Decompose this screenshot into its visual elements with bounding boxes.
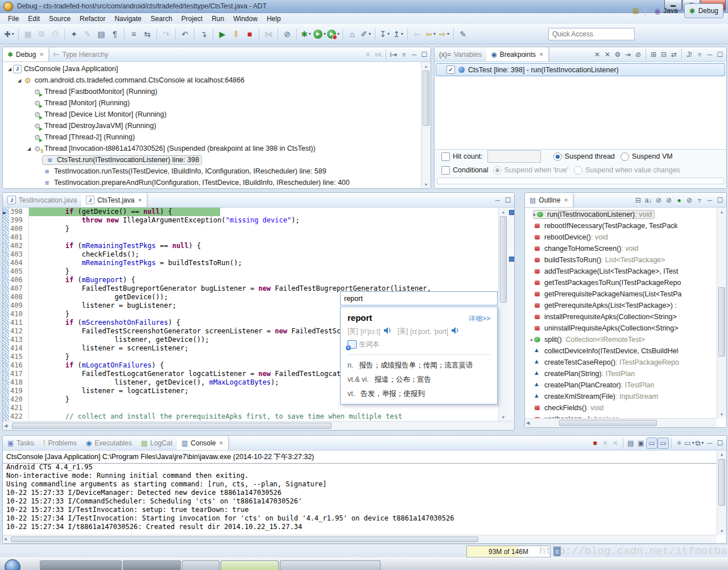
gutter-ruler[interactable] (3, 378, 9, 387)
debug-remove-all-terminated-icon[interactable]: ✕ (363, 49, 373, 60)
code-line[interactable]: ▶398 if (getDevice() == null) { (3, 208, 499, 216)
toolbar-debug-as-icon[interactable]: ✱▾ (300, 28, 312, 40)
dropdown-arrow-icon[interactable]: ▾ (12, 31, 14, 36)
code-line[interactable]: 400 } (3, 225, 499, 233)
debug-tab-debug[interactable]: ✱Debug✕ (3, 47, 49, 61)
tree-expander[interactable]: ◢ (6, 67, 13, 72)
menu-refactor[interactable]: Refactor (75, 14, 110, 24)
gutter-ruler[interactable] (3, 301, 9, 310)
menu-file[interactable]: File (3, 14, 23, 24)
suspend-thread-radio[interactable] (553, 152, 562, 161)
gutter-ruler[interactable] (3, 344, 9, 353)
console-tab-executables[interactable]: ◉Executables (81, 436, 136, 450)
dropdown-arrow-icon[interactable]: ▾ (447, 31, 449, 36)
gutter-ruler[interactable] (3, 216, 9, 225)
taskbar-button[interactable] (280, 560, 380, 570)
debug-tab-type-hierarchy[interactable]: ⊢Type Hierarchy (49, 47, 113, 61)
outline-item[interactable]: checkFields() : void (525, 402, 717, 414)
bp-minimize-icon[interactable]: ─ (705, 49, 715, 60)
dropdown-arrow-icon[interactable]: ▾ (369, 31, 371, 36)
outline-item[interactable]: rebootIfNecessary(TestPackage, TestPack (525, 220, 717, 232)
menu-navigate[interactable]: Navigate (110, 14, 146, 24)
console-remove-launch-icon[interactable]: ✕ (600, 438, 610, 448)
gutter-ruler[interactable] (3, 327, 9, 336)
console-pin-console-icon[interactable]: ⍟ (674, 438, 684, 448)
toolbar-launch-config-key-icon[interactable]: ✦ (68, 28, 80, 40)
console-display-selected-console-icon[interactable]: ▭▾ (684, 438, 694, 448)
toolbar-suspend-icon[interactable]: ‖ (230, 28, 242, 40)
debug-tree-item[interactable]: ⚙▶Thread [Device List Monitor] (Running) (3, 109, 421, 120)
outline-item[interactable]: changeToHomeScreen() : void (525, 243, 717, 254)
gutter-ruler[interactable] (3, 319, 9, 327)
dictionary-search-input[interactable] (340, 291, 498, 305)
code-line[interactable]: 406 if (mBugreport) { (3, 276, 499, 284)
gutter-ruler[interactable] (3, 404, 9, 412)
outline-item[interactable]: rebootDevice() : void (525, 232, 717, 243)
editor-maximize-icon[interactable]: ☐ (503, 195, 513, 205)
gutter-ruler[interactable] (3, 336, 9, 344)
code-line[interactable]: 401 (3, 233, 499, 242)
console-remove-all-launches-icon[interactable]: ✕ (610, 438, 621, 448)
taskbar-button[interactable] (40, 560, 122, 570)
editor-tab-ctstest-java[interactable]: JCtsTest.java✕ (81, 193, 147, 207)
code-line[interactable]: 405 } (3, 267, 499, 276)
toolbar-terminate-icon[interactable]: ■ (243, 28, 256, 40)
menu-edit[interactable]: Edit (23, 14, 44, 24)
gutter-ruler[interactable] (3, 225, 9, 233)
outline-item[interactable]: addTestPackage(List<TestPackage>, ITest (525, 266, 717, 277)
outline-maximize-icon[interactable]: ☐ (715, 195, 725, 205)
menu-search[interactable]: Search (146, 14, 177, 24)
speaker-icon[interactable] (384, 327, 392, 336)
toolbar-coverage-as-icon[interactable]: ▶▾ (327, 28, 340, 40)
dropdown-arrow-icon[interactable]: ▾ (387, 31, 390, 36)
menu-window[interactable]: Window (229, 14, 262, 24)
suspend-vm-radio[interactable] (621, 152, 629, 161)
stack-frame-item[interactable]: ≡TestInvocation.runTests(ITestDevice, IB… (3, 166, 421, 177)
outline-vertical-scrollbar[interactable]: ▲ ▼ (717, 208, 726, 418)
dictionary-detail-link[interactable]: 详细>> (469, 314, 490, 324)
console-terminate-icon[interactable]: ■ (590, 438, 600, 448)
outline-item[interactable]: installPrerequisiteApks(Collection<Strin… (525, 311, 717, 323)
dropdown-arrow-icon[interactable]: ▾ (337, 31, 340, 36)
bp-skip-all-breakpoints-icon[interactable]: ⊘ (633, 49, 643, 60)
toolbar-new-wizard-icon[interactable]: ✚▾ (3, 28, 15, 40)
console-tab-logcat[interactable]: ▤LogCat (136, 436, 177, 450)
editor-minimize-icon[interactable]: ─ (493, 195, 503, 205)
outline-item[interactable]: split() : Collection<IRemoteTest> (525, 334, 717, 345)
console-minimize-icon[interactable]: ─ (705, 438, 715, 448)
console-show-on-stdout-icon[interactable]: ▭ (646, 437, 657, 449)
gutter-ruler[interactable] (3, 361, 9, 370)
toolbar-save-icon[interactable]: ▦ (22, 28, 34, 40)
bp-collapse-all-icon[interactable]: ⊟ (659, 49, 669, 60)
bp-tab-breakpoints[interactable]: ◉Breakpoints✕ (486, 47, 548, 61)
outline-item[interactable]: getPrerequisitePackageNames(List<TestPa (525, 288, 717, 300)
debug-maximize-icon[interactable]: ☐ (419, 49, 429, 60)
console-clear-console-icon[interactable]: ▤ (626, 438, 636, 448)
overview-ruler[interactable] (507, 208, 514, 421)
gutter-ruler[interactable] (3, 233, 9, 242)
outline-item[interactable]: createPlan(PlanCreator) : ITestPlan (525, 379, 717, 391)
gutter-ruler[interactable] (3, 276, 9, 284)
console-output[interactable]: Android CTS 4.4_r1.95Non-interactive mod… (3, 463, 717, 535)
toolbar-save-all-icon[interactable]: ⧉ (35, 28, 48, 40)
close-tab-icon[interactable]: ✕ (39, 52, 44, 57)
console-vertical-scrollbar[interactable]: ▲ ▼ (717, 451, 726, 535)
bp-goto-file-icon[interactable]: ⇥ (623, 49, 633, 60)
outline-tab-outline[interactable]: ▤Outline✕ (525, 193, 573, 207)
console-tab-problems[interactable]: !Problems (39, 436, 81, 450)
code-line[interactable]: 403 checkFields(); (3, 250, 499, 259)
outline-item[interactable]: collectDeviceInfo(ITestDevice, CtsBuildH… (525, 345, 717, 357)
console-open-console-icon[interactable]: ⧉▾ (694, 438, 705, 448)
suspend-value-changes-radio[interactable] (574, 166, 582, 175)
console-horizontal-scrollbar[interactable]: ◀ (3, 535, 717, 543)
open-perspective-icon[interactable]: ⊞ (630, 5, 642, 17)
console-tab-console[interactable]: ▥Console✕ (177, 436, 229, 450)
conditional-checkbox[interactable] (441, 166, 450, 175)
gutter-ruler[interactable] (3, 395, 9, 404)
debug-tree-item[interactable]: ⚙▶Thread [Thread-2] (Running) (3, 131, 421, 143)
gutter-ruler[interactable] (3, 259, 9, 267)
tree-expander[interactable]: ◢ (16, 78, 23, 83)
outline-view-menu-icon[interactable]: ▿ (694, 195, 705, 205)
outline-item[interactable]: getPrerequisiteApks(List<TestPackage>) : (525, 300, 717, 311)
toolbar-search-icon[interactable]: ✐▾ (359, 28, 372, 40)
